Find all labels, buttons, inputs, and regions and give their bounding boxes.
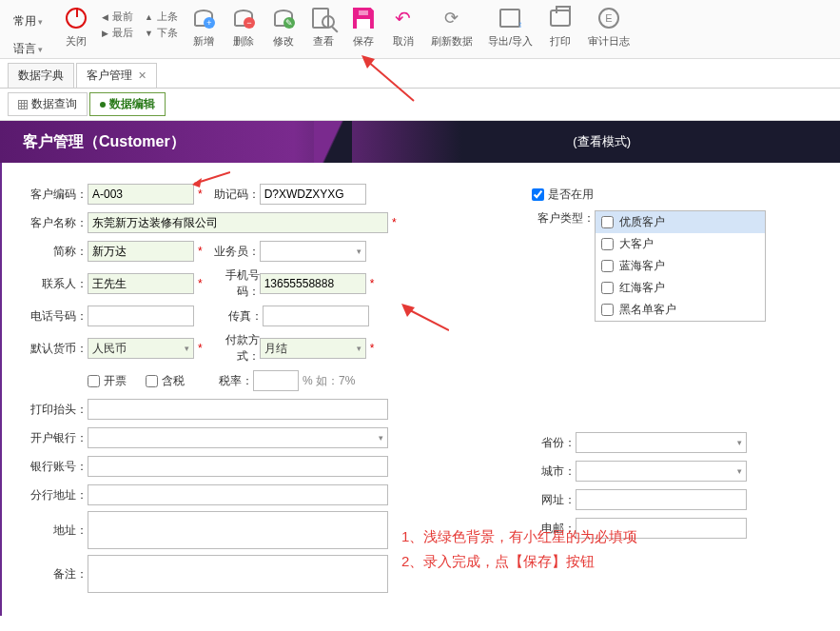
menu-common[interactable]: 常用 xyxy=(8,10,49,33)
form: 客户编码： * 助记码： 客户名称： * 简称： * 业务员： 联系人： xyxy=(0,163,840,616)
audit-icon: E xyxy=(598,8,619,29)
edit-button[interactable]: ✎ 修改 xyxy=(271,4,296,49)
nav-last[interactable]: ▶最后 xyxy=(102,26,133,40)
toolbar: 常用 语言 关闭 ◀最前 ▶最后 ▲上条 ▼下条 + 新增 − 删除 ✎ 修改 … xyxy=(0,0,840,59)
add-button[interactable]: + 新增 xyxy=(191,4,216,49)
required-star: * xyxy=(198,277,203,290)
nav-prev[interactable]: ▲上条 xyxy=(145,10,178,24)
search-icon xyxy=(322,15,335,29)
label-website: 网址： xyxy=(532,492,576,508)
label-name: 客户名称： xyxy=(25,215,88,231)
cust-type-list[interactable]: 优质客户 大客户 蓝海客户 红海客户 黑名单客户 xyxy=(595,210,766,322)
cust-type-item[interactable]: 优质客户 xyxy=(596,211,765,233)
contact-input[interactable] xyxy=(88,273,194,294)
tax-hint: % 如：7% xyxy=(303,373,355,389)
label-code: 客户编码： xyxy=(25,187,88,203)
subtab-query[interactable]: 数据查询 xyxy=(8,92,88,116)
tab-data-dict[interactable]: 数据字典 xyxy=(8,63,74,88)
short-input[interactable] xyxy=(88,241,194,262)
tax-incl-checkbox[interactable]: 含税 xyxy=(146,373,185,389)
annotation-text: 1、浅绿色背景，有小红星的为必填项 2、录入完成，点【保存】按钮 xyxy=(401,524,637,573)
save-icon xyxy=(353,8,374,29)
cancel-button[interactable]: ↶ 取消 xyxy=(391,4,416,49)
audit-button[interactable]: E 审计日志 xyxy=(588,4,630,49)
address-input[interactable] xyxy=(88,511,388,549)
export-icon xyxy=(499,9,520,28)
label-bank: 开户银行： xyxy=(25,430,88,446)
branch-addr-input[interactable] xyxy=(88,484,388,505)
cust-type-item[interactable]: 红海客户 xyxy=(596,277,765,299)
province-select[interactable] xyxy=(576,432,747,453)
fax-input[interactable] xyxy=(263,306,369,326)
label-contact: 联系人： xyxy=(25,276,88,292)
mobile-input[interactable] xyxy=(260,273,366,294)
label-branch-addr: 分行地址： xyxy=(25,487,88,503)
required-star: * xyxy=(392,216,397,229)
label-cust-type: 客户类型： xyxy=(532,210,595,227)
city-select[interactable] xyxy=(576,461,747,482)
required-star: * xyxy=(370,277,375,290)
required-star: * xyxy=(198,187,203,201)
nav-first[interactable]: ◀最前 xyxy=(102,10,133,24)
tab-customer[interactable]: 客户管理✕ xyxy=(76,63,157,88)
close-icon[interactable]: ✕ xyxy=(138,69,147,82)
refresh-button[interactable]: ⟳ 刷新数据 xyxy=(431,4,473,49)
tax-rate-input[interactable] xyxy=(253,370,299,391)
label-short: 简称： xyxy=(25,244,88,260)
label-mnemonic: 助记码： xyxy=(206,187,260,203)
delete-button[interactable]: − 删除 xyxy=(231,4,256,49)
export-button[interactable]: 导出/导入 xyxy=(488,4,533,49)
required-star: * xyxy=(370,342,375,355)
label-currency: 默认货币： xyxy=(25,341,88,357)
save-button[interactable]: 保存 xyxy=(351,4,376,49)
label-fax: 传真： xyxy=(209,308,263,325)
cust-type-item[interactable]: 蓝海客户 xyxy=(596,255,765,277)
label-city: 城市： xyxy=(532,463,576,480)
remark-input[interactable] xyxy=(88,555,388,593)
label-print-title: 打印抬头： xyxy=(25,402,88,418)
label-province: 省份： xyxy=(532,435,576,451)
label-address: 地址： xyxy=(25,523,88,539)
required-star: * xyxy=(198,245,203,258)
subtab-edit[interactable]: 数据编辑 xyxy=(89,92,166,116)
required-star: * xyxy=(198,342,203,355)
label-remark: 备注： xyxy=(25,566,88,582)
in-use-checkbox[interactable]: 是否在用 xyxy=(532,187,594,203)
menu-language[interactable]: 语言 xyxy=(8,37,49,61)
dot-icon xyxy=(100,102,106,108)
label-phone: 电话号码： xyxy=(25,308,88,325)
power-icon xyxy=(66,8,87,29)
db-edit-icon: ✎ xyxy=(274,10,293,27)
page-title: 客户管理（Customer） xyxy=(0,132,186,152)
account-input[interactable] xyxy=(88,456,388,477)
label-payment: 付款方式： xyxy=(206,332,260,365)
print-button[interactable]: 打印 xyxy=(548,4,573,49)
page-header: 客户管理（Customer） (查看模式) xyxy=(0,121,840,163)
mnemonic-input[interactable] xyxy=(260,184,366,205)
undo-icon: ↶ xyxy=(395,7,411,30)
print-icon xyxy=(550,10,571,27)
label-mobile: 手机号码： xyxy=(206,267,260,300)
print-title-input[interactable] xyxy=(88,399,388,420)
currency-select[interactable]: 人民币 xyxy=(88,338,194,359)
name-input[interactable] xyxy=(88,212,388,233)
phone-input[interactable] xyxy=(88,306,194,326)
payment-select[interactable]: 月结 xyxy=(260,338,366,359)
invoice-checkbox[interactable]: 开票 xyxy=(88,373,127,389)
close-button[interactable]: 关闭 xyxy=(64,4,88,49)
label-tax-rate: 税率： xyxy=(200,373,253,389)
refresh-icon: ⟳ xyxy=(444,8,459,29)
website-input[interactable] xyxy=(576,489,747,510)
view-button[interactable]: 查看 xyxy=(311,4,336,49)
bank-select[interactable] xyxy=(88,427,388,448)
code-input[interactable] xyxy=(88,184,194,205)
db-delete-icon: − xyxy=(234,10,253,27)
label-account: 银行账号： xyxy=(25,459,88,475)
grid-icon xyxy=(18,100,28,109)
salesman-select[interactable] xyxy=(260,241,366,262)
sub-tabs: 数据查询 数据编辑 xyxy=(0,89,840,121)
label-salesman: 业务员： xyxy=(206,244,260,260)
nav-next[interactable]: ▼下条 xyxy=(145,26,178,40)
cust-type-item[interactable]: 大客户 xyxy=(596,233,765,255)
cust-type-item[interactable]: 黑名单客户 xyxy=(596,299,765,321)
